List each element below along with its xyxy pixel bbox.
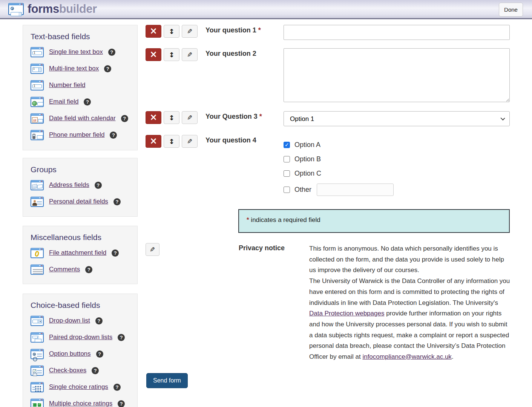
- single-choice-ratings-icon: [31, 382, 44, 392]
- required-asterisk: *: [247, 216, 249, 223]
- checkbox-label: Other: [294, 186, 311, 194]
- sidebar-link[interactable]: Check-boxes: [49, 367, 86, 374]
- edit-question-button[interactable]: [182, 111, 198, 124]
- privacy-text-segment: provide further information on your righ…: [309, 310, 509, 360]
- help-icon[interactable]: [95, 182, 102, 189]
- panel-title: Groups: [31, 165, 130, 174]
- checkbox-label: Option A: [294, 141, 320, 149]
- sidebar-link[interactable]: Single choice ratings: [49, 383, 108, 391]
- delete-question-button[interactable]: [146, 48, 161, 61]
- date-field-icon: [31, 113, 44, 124]
- question-label: Your question 2: [205, 50, 281, 58]
- checkbox-unchecked[interactable]: [284, 170, 290, 177]
- sidebar-link[interactable]: Option buttons: [49, 350, 91, 358]
- checkbox-option-c: Option C: [284, 170, 510, 177]
- sidebar-link[interactable]: Personal detail fields: [49, 198, 108, 205]
- single-line-text-icon: [31, 47, 44, 57]
- comments-icon: [31, 265, 44, 275]
- move-question-button[interactable]: [164, 135, 179, 148]
- edit-privacy-button[interactable]: [146, 243, 159, 256]
- sidebar-link[interactable]: Paired drop-down lists: [49, 334, 112, 341]
- sidebar-link[interactable]: Date field with calendar: [49, 115, 116, 122]
- checkbox-unchecked[interactable]: [284, 187, 290, 193]
- sidebar-link[interactable]: File attachment field: [49, 249, 106, 257]
- move-question-button[interactable]: [164, 48, 179, 61]
- help-icon[interactable]: [110, 132, 117, 139]
- paired-drop-down-icon: [31, 332, 44, 343]
- multi-line-text-icon: [31, 64, 44, 74]
- move-question-button[interactable]: [164, 25, 179, 38]
- done-button[interactable]: Done: [499, 3, 523, 17]
- sidebar-link[interactable]: Email field: [49, 98, 78, 106]
- sidebar-link[interactable]: Address fields: [49, 181, 89, 189]
- edit-question-button[interactable]: [182, 25, 198, 38]
- question-label-text: Your question 2: [205, 50, 256, 57]
- address-fields-icon: [31, 180, 44, 190]
- move-question-button[interactable]: [164, 111, 179, 124]
- sidebar-link[interactable]: Phone number field: [49, 131, 104, 139]
- question-label: Your Question 3 *: [205, 113, 281, 121]
- help-icon[interactable]: [118, 400, 125, 407]
- sidebar-item-email-field: Email field: [31, 96, 130, 107]
- question-field: [284, 25, 510, 40]
- other-text-input[interactable]: [317, 184, 394, 196]
- help-icon[interactable]: [113, 198, 121, 205]
- delete-question-button[interactable]: [146, 135, 161, 148]
- sidebar-item-number-field: Number field: [31, 80, 130, 91]
- sidebar-item-comments: Comments: [31, 264, 130, 275]
- sidebar-link[interactable]: Number field: [49, 81, 85, 89]
- help-icon[interactable]: [95, 317, 103, 324]
- panel-title: Text-based fields: [31, 32, 130, 41]
- required-field-notice: * indicates a required field: [238, 209, 510, 233]
- send-form-button[interactable]: Send form: [146, 373, 188, 388]
- privacy-notice-label: Privacy notice: [239, 244, 285, 252]
- data-protection-webpages-link[interactable]: Data Protection webpages: [309, 310, 384, 317]
- sidebar-link[interactable]: Multiple choice ratings: [49, 400, 112, 407]
- help-icon[interactable]: [118, 334, 125, 341]
- help-icon[interactable]: [112, 249, 119, 257]
- help-icon[interactable]: [85, 266, 92, 273]
- question-row-3: Your Question 3 * Option 1: [146, 111, 510, 124]
- question-3-select[interactable]: Option 1: [284, 111, 510, 126]
- app-title: formsbuilder: [28, 2, 97, 16]
- delete-question-button[interactable]: [146, 111, 161, 124]
- sidebar-item-date-field: Date field with calendar: [31, 113, 130, 124]
- help-icon[interactable]: [92, 367, 99, 374]
- checkbox-option-other: Other: [284, 186, 510, 194]
- panel-miscellaneous-fields: Miscellaneous fields File attachment fie…: [23, 226, 138, 284]
- question-1-text-input[interactable]: [284, 25, 510, 40]
- sidebar-link[interactable]: Drop-down list: [49, 317, 90, 324]
- sidebar-item-option-buttons: Option buttons: [31, 348, 130, 360]
- question-row-2: Your question 2: [146, 48, 510, 61]
- help-icon[interactable]: [104, 65, 111, 72]
- question-label-text: Your question 4: [205, 136, 256, 144]
- checkbox-checked[interactable]: [284, 142, 290, 148]
- sidebar-link[interactable]: Comments: [49, 266, 80, 273]
- help-icon[interactable]: [108, 49, 115, 56]
- question-2-textarea[interactable]: [284, 48, 510, 102]
- help-icon[interactable]: [121, 115, 128, 122]
- checkbox-unchecked[interactable]: [284, 156, 290, 162]
- email-field-icon: [31, 97, 44, 107]
- edit-question-button[interactable]: [182, 48, 198, 61]
- sidebar-link[interactable]: Single line text box: [49, 48, 103, 56]
- app-logo: formsbuilder: [8, 2, 97, 16]
- sidebar-item-single-choice-ratings: Single choice ratings: [31, 381, 130, 393]
- edit-question-button[interactable]: [182, 135, 198, 148]
- help-icon[interactable]: [113, 384, 121, 391]
- checkbox-label: Option B: [294, 155, 321, 163]
- sidebar-link[interactable]: Multi-line text box: [49, 65, 99, 72]
- required-asterisk: *: [259, 113, 262, 120]
- privacy-paragraph-2: The University of Warwick is the Data Co…: [309, 276, 510, 363]
- help-icon[interactable]: [96, 350, 103, 358]
- drop-down-list-icon: [31, 316, 44, 326]
- help-icon[interactable]: [84, 98, 91, 106]
- privacy-paragraph-1: This form is anonymous. No data which pe…: [309, 243, 510, 276]
- privacy-text-segment: .: [452, 353, 454, 360]
- privacy-text-segment: The University of Warwick is the Data Co…: [309, 277, 510, 306]
- infocompliance-email-link[interactable]: infocompliance@warwick.ac.uk: [362, 353, 451, 360]
- delete-question-button[interactable]: [146, 25, 161, 38]
- file-attachment-icon: [31, 248, 44, 258]
- question-label: Your question 1 *: [205, 26, 281, 34]
- check-boxes-icon: [31, 366, 44, 376]
